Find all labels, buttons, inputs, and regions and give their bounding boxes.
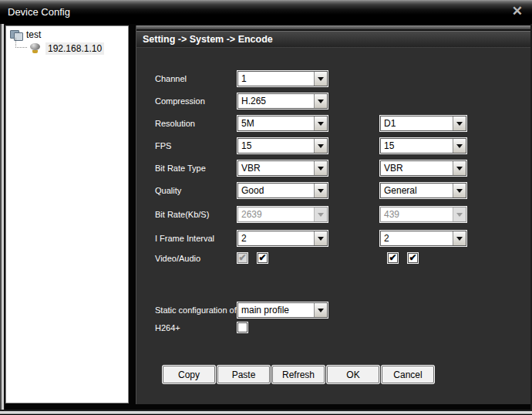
chevron-down-icon[interactable] <box>314 231 327 245</box>
row-bitrate: Bit Rate(Kb/S) 2639 439 <box>136 207 530 222</box>
chevron-down-icon[interactable] <box>314 72 327 86</box>
channel-value: 1 <box>238 72 314 86</box>
compression-label: Compression <box>155 93 205 109</box>
static-profile-value: main profile <box>238 303 314 317</box>
tree-node-device[interactable]: 192.168.1.10 <box>29 42 104 55</box>
resolution-extra-dropdown[interactable]: D1 <box>380 116 466 131</box>
resolution-main-value: 5M <box>238 116 314 130</box>
channel-dropdown[interactable]: 1 <box>237 71 328 86</box>
close-icon[interactable]: ✕ <box>512 5 523 19</box>
chevron-down-icon[interactable] <box>453 116 466 130</box>
window-border-bottom <box>0 410 532 415</box>
chevron-down-icon <box>453 208 466 221</box>
check-icon: ✔ <box>389 253 397 262</box>
video-audio-label: Video/Audio <box>155 251 200 266</box>
row-resolution: Resolution 5M D1 <box>136 116 530 131</box>
panel-top-band <box>136 25 530 31</box>
window-title: Device Config <box>8 6 70 18</box>
chevron-down-icon <box>314 208 327 221</box>
bitrate-type-main-dropdown[interactable]: VBR <box>237 160 328 176</box>
chevron-down-icon[interactable] <box>453 139 466 153</box>
bitrate-type-main-value: VBR <box>238 161 314 175</box>
channel-label: Channel <box>155 71 187 86</box>
fps-main-value: 15 <box>238 139 314 153</box>
window-border-left <box>0 24 5 410</box>
compression-dropdown[interactable]: H.265 <box>237 93 328 109</box>
fps-label: FPS <box>155 138 171 154</box>
device-tree-panel: test 192.168.1.10 <box>5 25 129 403</box>
quality-main-value: Good <box>238 184 314 197</box>
resolution-label: Resolution <box>155 116 195 131</box>
iframe-interval-label: I Frame Interval <box>155 231 214 246</box>
row-bitrate-type: Bit Rate Type VBR VBR <box>136 160 530 176</box>
static-config-label: Static configuration of <box>155 302 237 318</box>
resolution-main-dropdown[interactable]: 5M <box>237 116 328 131</box>
audio-checkbox-extra[interactable]: ✔ <box>408 253 418 263</box>
check-icon: ✔ <box>258 253 267 262</box>
paste-button[interactable]: Paste <box>217 366 270 383</box>
chevron-down-icon[interactable] <box>314 184 327 197</box>
row-quality: Quality Good General <box>136 183 530 198</box>
bitrate-main-combo: 2639 <box>237 207 328 222</box>
bitrate-type-extra-dropdown[interactable]: VBR <box>380 160 466 176</box>
bitrate-extra-combo: 439 <box>380 207 466 222</box>
compression-value: H.265 <box>238 94 314 108</box>
row-compression: Compression H.265 <box>136 93 530 109</box>
quality-extra-value: General <box>381 184 453 197</box>
fps-extra-value: 15 <box>381 139 453 153</box>
quality-extra-dropdown[interactable]: General <box>380 183 466 198</box>
encode-settings-panel: Setting -> System -> Encode Channel 1 Co… <box>136 25 530 404</box>
chevron-down-icon[interactable] <box>314 139 327 153</box>
window-titlebar[interactable]: Device Config ✕ <box>0 0 532 24</box>
quality-label: Quality <box>155 183 181 198</box>
row-h264plus: H264+ <box>136 320 530 336</box>
check-icon: ✔ <box>409 253 417 262</box>
h264plus-label: H264+ <box>155 320 180 336</box>
bitrate-type-extra-value: VBR <box>381 161 453 175</box>
video-checkbox-main: ✔ <box>237 253 247 263</box>
cancel-button[interactable]: Cancel <box>382 366 434 383</box>
refresh-button[interactable]: Refresh <box>272 366 325 383</box>
resolution-extra-value: D1 <box>381 116 453 130</box>
iframe-extra-dropdown[interactable]: 2 <box>380 231 466 246</box>
chevron-down-icon[interactable] <box>314 116 327 130</box>
camera-device-icon <box>29 43 42 54</box>
quality-main-dropdown[interactable]: Good <box>237 183 328 198</box>
row-fps: FPS 15 15 <box>136 138 530 154</box>
chevron-down-icon[interactable] <box>453 161 466 175</box>
chevron-down-icon[interactable] <box>314 94 327 108</box>
check-icon: ✔ <box>238 253 247 262</box>
h264plus-checkbox[interactable] <box>237 322 247 332</box>
video-checkbox-extra[interactable]: ✔ <box>388 253 398 263</box>
bitrate-main-value: 2639 <box>238 208 314 221</box>
tree-group-label: test <box>26 29 41 40</box>
row-channel: Channel 1 <box>136 71 530 86</box>
ok-button[interactable]: OK <box>327 366 379 383</box>
audio-checkbox-main[interactable]: ✔ <box>258 253 268 263</box>
button-row: Copy Paste Refresh OK Cancel <box>163 366 434 383</box>
chevron-down-icon[interactable] <box>314 303 327 317</box>
fps-main-dropdown[interactable]: 15 <box>237 138 328 154</box>
copy-button[interactable]: Copy <box>163 366 215 383</box>
fps-extra-dropdown[interactable]: 15 <box>380 138 466 154</box>
bitrate-extra-value: 439 <box>381 208 453 221</box>
breadcrumb: Setting -> System -> Encode <box>136 31 530 48</box>
iframe-main-value: 2 <box>238 231 314 245</box>
row-static-config: Static configuration of main profile <box>136 302 530 318</box>
row-iframe-interval: I Frame Interval 2 2 <box>136 231 530 246</box>
row-video-audio: Video/Audio ✔ ✔ ✔ ✔ <box>136 251 530 266</box>
chevron-down-icon[interactable] <box>453 184 466 197</box>
tree-branch-line <box>15 38 27 48</box>
static-profile-dropdown[interactable]: main profile <box>237 302 328 318</box>
bitrate-label: Bit Rate(Kb/S) <box>155 207 209 222</box>
tree-device-label: 192.168.1.10 <box>45 42 104 55</box>
bitrate-type-label: Bit Rate Type <box>155 160 206 176</box>
chevron-down-icon[interactable] <box>453 231 466 245</box>
iframe-extra-value: 2 <box>381 231 453 245</box>
chevron-down-icon[interactable] <box>314 161 327 175</box>
iframe-main-dropdown[interactable]: 2 <box>237 231 328 246</box>
